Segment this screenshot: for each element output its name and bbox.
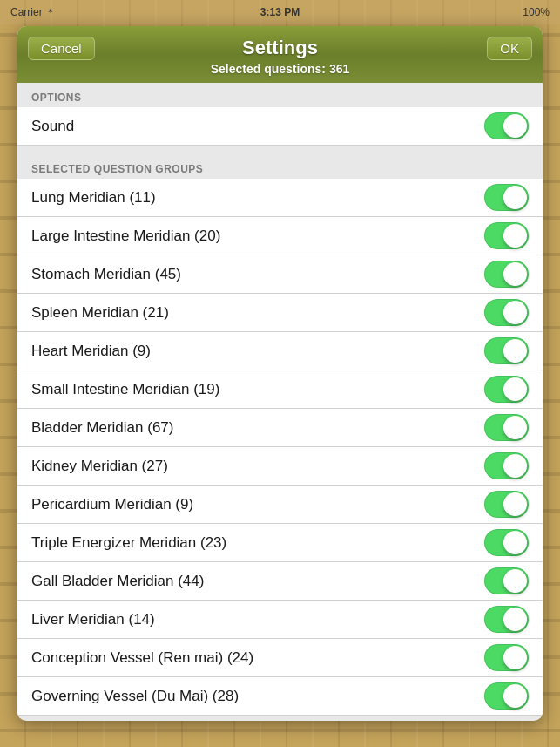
label-pericardium-meridian: Pericardium Meridian (9) (31, 496, 193, 513)
toggle-governing-vessel[interactable] (484, 682, 529, 710)
row-large-intestine-meridian: Large Intestine Meridian (20) (17, 217, 543, 255)
settings-content: OPTIONSSoundSELECTED QUESTION GROUPSLung… (17, 83, 543, 718)
toggle-sound[interactable] (484, 112, 529, 139)
row-bladder-meridian: Bladder Meridian (67) (17, 409, 543, 447)
cancel-button[interactable]: Cancel (28, 37, 95, 60)
battery-text: 100% (523, 6, 550, 18)
toggle-spleen-meridian[interactable] (484, 299, 529, 326)
toggle-pericardium-meridian[interactable] (484, 491, 529, 518)
label-heart-meridian: Heart Meridian (9) (31, 343, 151, 360)
toggle-large-intestine-meridian[interactable] (484, 222, 529, 249)
toggle-bladder-meridian[interactable] (484, 414, 529, 441)
label-spleen-meridian: Spleen Meridian (21) (31, 304, 169, 322)
row-sound: Sound (17, 107, 543, 146)
row-liver-meridian: Liver Meridian (14) (17, 601, 543, 639)
toggle-gall-bladder-meridian[interactable] (484, 567, 529, 594)
section-header-options: OPTIONS (17, 83, 543, 107)
row-heart-meridian: Heart Meridian (9) (17, 332, 543, 370)
status-bar: Carrier ＊ 3:13 PM 100% (0, 0, 560, 24)
row-lung-meridian: Lung Meridian (11) (17, 179, 543, 217)
toggle-kidney-meridian[interactable] (484, 452, 529, 479)
page-title: Settings (17, 37, 543, 59)
row-governing-vessel: Governing Vessel (Du Mai) (28) (17, 677, 543, 716)
row-kidney-meridian: Kidney Meridian (27) (17, 447, 543, 486)
toggle-heart-meridian[interactable] (484, 337, 529, 364)
label-large-intestine-meridian: Large Intestine Meridian (20) (31, 227, 220, 245)
row-small-intestine-meridian: Small Intestine Meridian (19) (17, 370, 543, 409)
selected-questions-subtitle: Selected questions: 361 (17, 62, 543, 76)
toggle-stomach-meridian[interactable] (484, 261, 529, 288)
toggle-small-intestine-meridian[interactable] (484, 376, 529, 403)
label-small-intestine-meridian: Small Intestine Meridian (19) (31, 381, 219, 398)
label-kidney-meridian: Kidney Meridian (27) (31, 458, 168, 475)
status-time: 3:13 PM (260, 6, 300, 18)
row-spleen-meridian: Spleen Meridian (21) (17, 294, 543, 332)
bottom-gap (17, 716, 543, 718)
settings-container: Cancel Settings Selected questions: 361 … (17, 26, 543, 721)
label-bladder-meridian: Bladder Meridian (67) (31, 419, 173, 437)
section-gap (17, 146, 543, 154)
label-liver-meridian: Liver Meridian (14) (31, 611, 155, 628)
settings-header: Cancel Settings Selected questions: 361 … (17, 26, 543, 83)
ok-button[interactable]: OK (487, 37, 532, 60)
label-sound: Sound (31, 118, 74, 135)
label-stomach-meridian: Stomach Meridian (45) (31, 266, 181, 283)
row-gall-bladder-meridian: Gall Bladder Meridian (44) (17, 562, 543, 601)
label-triple-energizer-meridian: Triple Energizer Meridian (23) (31, 534, 226, 552)
toggle-conception-vessel[interactable] (484, 644, 529, 671)
label-lung-meridian: Lung Meridian (11) (31, 189, 156, 207)
carrier-text: Carrier ＊ (10, 5, 56, 20)
row-stomach-meridian: Stomach Meridian (45) (17, 255, 543, 294)
row-triple-energizer-meridian: Triple Energizer Meridian (23) (17, 524, 543, 562)
toggle-liver-meridian[interactable] (484, 606, 529, 633)
row-conception-vessel: Conception Vessel (Ren mai) (24) (17, 639, 543, 677)
toggle-lung-meridian[interactable] (484, 184, 529, 211)
row-pericardium-meridian: Pericardium Meridian (9) (17, 486, 543, 524)
label-governing-vessel: Governing Vessel (Du Mai) (28) (31, 688, 239, 705)
section-header-selected-question-groups: SELECTED QUESTION GROUPS (17, 154, 543, 179)
toggle-triple-energizer-meridian[interactable] (484, 529, 529, 556)
label-gall-bladder-meridian: Gall Bladder Meridian (44) (31, 573, 204, 590)
label-conception-vessel: Conception Vessel (Ren mai) (24) (31, 649, 253, 667)
